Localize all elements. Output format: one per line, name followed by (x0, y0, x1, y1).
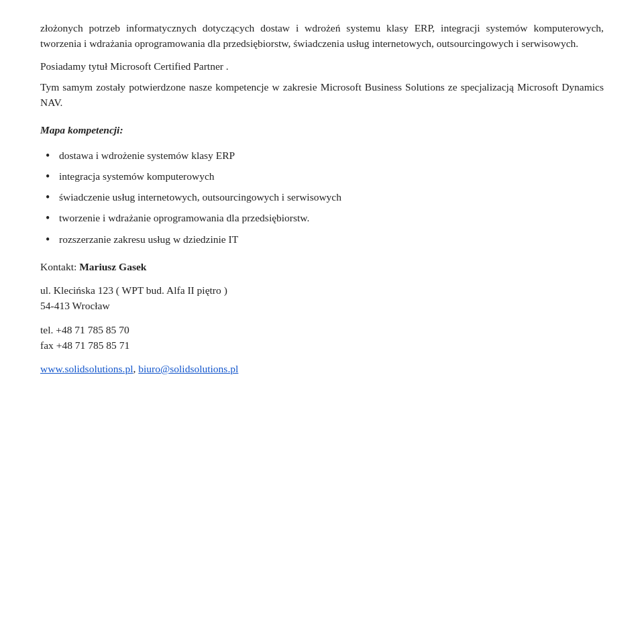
kontakt-label: Kontakt: (40, 261, 76, 272)
tel-number: tel. +48 71 785 85 70 (40, 322, 604, 337)
paragraph-2-dot: . (226, 60, 229, 72)
address-block: ul. Klecińska 123 ( WPT bud. Alfa II pię… (40, 282, 604, 314)
address-line1: ul. Klecińska 123 ( WPT bud. Alfa II pię… (40, 282, 604, 298)
website-link[interactable]: www.solidsolutions.pl (40, 363, 133, 374)
list-item: dostawa i wdrożenie systemów klasy ERP (40, 148, 604, 163)
paragraph-3: Tym samym zostały potwierdzone nasze kom… (40, 79, 604, 111)
paragraph-2-text1: Posiadamy tytuł Microsoft (40, 60, 151, 72)
list-item: świadczenie usług internetowych, outsour… (40, 189, 604, 205)
mapa-kompetencji-heading: Mapa kompetencji: (40, 122, 604, 138)
list-item: rozszerzanie zakresu usług w dziedzinie … (40, 231, 604, 247)
list-item: integracja systemów komputerowych (40, 168, 604, 184)
address-line2: 54-413 Wrocław (40, 298, 604, 313)
tel-block: tel. +48 71 785 85 70 fax +48 71 785 85 … (40, 322, 604, 354)
competency-list: dostawa i wdrożenie systemów klasy ERPin… (40, 148, 604, 247)
kontakt-name: Mariusz Gasek (79, 261, 146, 272)
fax-number: fax +48 71 785 85 71 (40, 337, 604, 353)
email-link[interactable]: biuro@solidsolutions.pl (138, 363, 238, 374)
list-item: tworzenie i wdrażanie oprogramowania dla… (40, 210, 604, 225)
paragraph-1: złożonych potrzeb informatycznych dotycz… (40, 20, 604, 52)
links-block: www.solidsolutions.pl, biuro@solidsoluti… (40, 361, 604, 376)
certified-partner-text: Certified Partner (154, 60, 223, 72)
paragraph-2: Posiadamy tytuł Microsoft Certified Part… (40, 58, 604, 74)
kontakt-line: Kontakt: Mariusz Gasek (40, 259, 604, 274)
